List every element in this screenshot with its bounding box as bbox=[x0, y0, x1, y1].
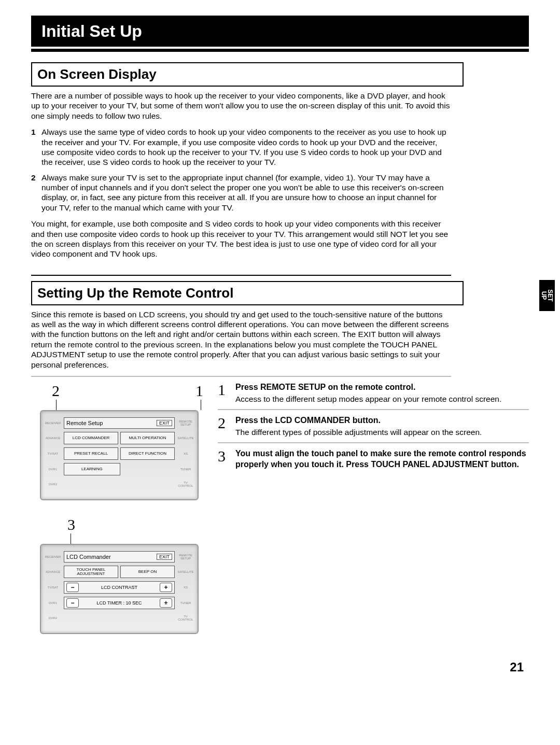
beep-on-button[interactable]: BEEP ON bbox=[120, 566, 175, 578]
osd-rules-list: 1 Always use the same type of video cord… bbox=[31, 127, 451, 213]
touch-panel-adjustment-button[interactable]: TOUCH PANEL ADJUSTMENT bbox=[64, 566, 118, 578]
gray-divider bbox=[31, 376, 451, 377]
page-title: Initial Set Up bbox=[41, 22, 142, 41]
callout-numbers: 2 1 bbox=[31, 382, 207, 400]
side-label: RECEIVER bbox=[44, 551, 62, 563]
step-number: 2 bbox=[218, 415, 229, 437]
remote-intro: Since this remote is based on LCD screen… bbox=[31, 310, 451, 370]
osd-intro: There are a number of possible ways to h… bbox=[31, 91, 451, 121]
step-title: Press the LCD COMMANDER button. bbox=[235, 415, 482, 426]
step-2: 2 Press the LCD COMMANDER button. The di… bbox=[218, 415, 529, 437]
side-label: TV/SAT bbox=[44, 448, 62, 459]
remote-screen-lcd-commander: RECEIVER LCD Commander EXIT REMOTE SETUP… bbox=[40, 544, 199, 634]
callout-line bbox=[71, 533, 71, 544]
side-label: TUNER bbox=[177, 597, 194, 609]
screen-title: LCD Commander bbox=[66, 554, 111, 560]
lcd-timer-label: LCD TIMER : 10 SEC bbox=[97, 600, 142, 606]
side-label: TUNER bbox=[177, 463, 194, 475]
section-heading-box: Setting Up the Remote Control bbox=[31, 281, 464, 305]
step-body: Access to the different setup modes appe… bbox=[235, 394, 501, 404]
callout-line bbox=[201, 400, 201, 410]
section-heading-remote: Setting Up the Remote Control bbox=[37, 285, 457, 301]
step-title: Press REMOTE SETUP on the remote control… bbox=[235, 382, 501, 393]
side-label: TV CONTROL bbox=[177, 479, 194, 490]
section-heading-osd: On Screen Display bbox=[37, 66, 457, 82]
lcd-contrast-label: LCD CONTRAST bbox=[101, 585, 137, 590]
exit-button[interactable]: EXIT bbox=[157, 420, 172, 426]
section-divider bbox=[31, 275, 451, 276]
step-number: 1 bbox=[218, 382, 229, 404]
direct-function-button[interactable]: DIRECT FUNCTION bbox=[120, 447, 175, 460]
preset-recall-button[interactable]: PRESET RECALL bbox=[64, 447, 118, 460]
side-label: DVR2 bbox=[44, 479, 62, 490]
side-label: XS bbox=[177, 582, 194, 593]
minus-button[interactable]: − bbox=[66, 598, 79, 608]
rule-number: 1 bbox=[31, 127, 41, 167]
list-item: 1 Always use the same type of video cord… bbox=[31, 127, 451, 167]
side-label: REMOTE SETUP bbox=[177, 551, 194, 563]
callout-line bbox=[56, 400, 57, 410]
side-tab-setup: SETUP bbox=[539, 280, 555, 311]
rule-text: Always use the same type of video cords … bbox=[41, 127, 451, 167]
side-label: SATELLITE bbox=[177, 432, 194, 444]
header-divider bbox=[31, 49, 529, 52]
remote-screen-setup: RECEIVER Remote Setup EXIT REMOTE SETUP … bbox=[40, 410, 199, 500]
multi-operation-button[interactable]: MULTI OPERATION bbox=[120, 432, 175, 444]
side-label: SATELLITE bbox=[177, 566, 194, 578]
side-label: XS bbox=[177, 448, 194, 459]
side-label: ADVANCE bbox=[44, 432, 62, 444]
plus-button[interactable]: + bbox=[160, 598, 172, 608]
list-item: 2 Always make sure your TV is set to the… bbox=[31, 173, 451, 213]
minus-button[interactable]: − bbox=[66, 583, 79, 592]
lcd-timer-control: − LCD TIMER : 10 SEC + bbox=[64, 597, 175, 609]
step-1: 1 Press REMOTE SETUP on the remote contr… bbox=[218, 382, 529, 404]
step-title: You must align the touch panel to make s… bbox=[235, 448, 529, 470]
screen-title: Remote Setup bbox=[66, 420, 103, 426]
rule-text: Always make sure your TV is set to the a… bbox=[41, 173, 451, 213]
step-3: 3 You must align the touch panel to make… bbox=[218, 448, 529, 470]
gray-divider bbox=[218, 442, 529, 443]
screen-title-bar: LCD Commander EXIT bbox=[64, 551, 175, 563]
plus-button[interactable]: + bbox=[160, 583, 172, 592]
section-heading-box: On Screen Display bbox=[31, 62, 464, 87]
side-label: RECEIVER bbox=[44, 417, 62, 429]
side-label: TV/SAT bbox=[44, 582, 62, 593]
side-label: ADVANCE bbox=[44, 566, 62, 578]
side-label: DVR1 bbox=[44, 597, 62, 609]
exit-button[interactable]: EXIT bbox=[157, 554, 172, 560]
header-bar: Initial Set Up bbox=[31, 16, 529, 47]
lcd-commander-button[interactable]: LCD COMMANDER bbox=[64, 432, 118, 444]
callout-2: 2 bbox=[52, 382, 60, 400]
lcd-contrast-control: − LCD CONTRAST + bbox=[64, 581, 175, 594]
callout-1: 1 bbox=[195, 382, 203, 400]
screen-title-bar: Remote Setup EXIT bbox=[64, 417, 175, 429]
osd-outro: You might, for example, use both composi… bbox=[31, 219, 451, 259]
page-number: 21 bbox=[31, 660, 529, 674]
rule-number: 2 bbox=[31, 173, 41, 213]
side-label: REMOTE SETUP bbox=[177, 417, 194, 429]
side-label: TV CONTROL bbox=[177, 612, 194, 624]
callout-3: 3 bbox=[31, 516, 207, 533]
learning-button[interactable]: LEARNING bbox=[64, 463, 120, 475]
step-body: The different types of possible adjustme… bbox=[235, 427, 482, 437]
gray-divider bbox=[218, 409, 529, 410]
side-label: DVR2 bbox=[44, 612, 62, 624]
side-label: DVR1 bbox=[44, 463, 62, 475]
step-number: 3 bbox=[218, 448, 229, 470]
